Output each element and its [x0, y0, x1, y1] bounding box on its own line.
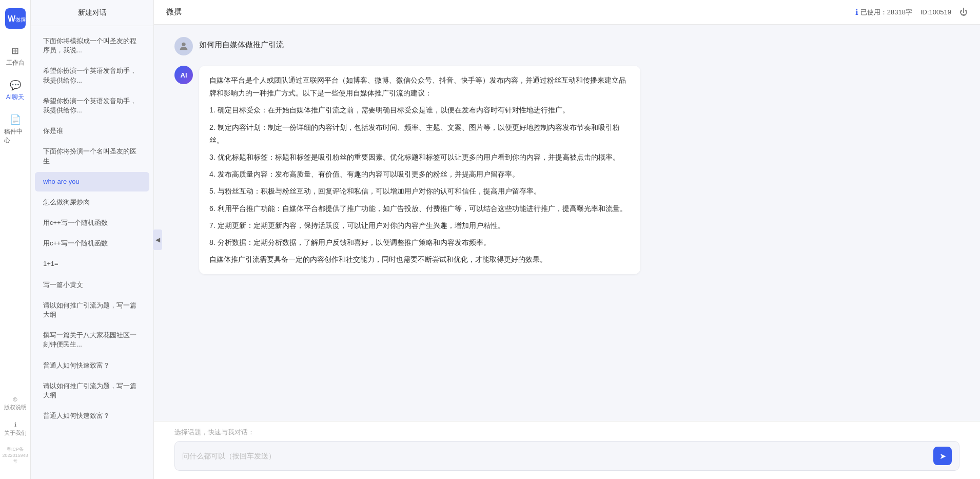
ai-message-content: 自媒体平台是个人或团队通过互联网平台（如博客、微博、微信公众号、抖音、快手等）发… — [199, 66, 640, 274]
chat-history-item[interactable]: 写一篇小黄文 — [35, 275, 149, 295]
chat-history-item[interactable]: 希望你扮演一个英语发音助手，我提供给你... — [35, 91, 149, 120]
chat-messages: 如何用自媒体做推广引流 AI 自媒体平台是个人或团队通过互联网平台（如博客、微博… — [154, 25, 980, 421]
collapse-sidebar-button[interactable]: ◀ — [153, 229, 162, 250]
ai-message-paragraph: 自媒体推广引流需要具备一定的内容创作和社交能力，同时也需要不断尝试和优化，才能取… — [209, 253, 630, 266]
ai-message-paragraph: 5. 与粉丝互动：积极与粉丝互动，回复评论和私信，可以增加用户对你的认可和信任，… — [209, 185, 630, 198]
about-label: 关于我们 — [4, 429, 27, 437]
svg-text:W: W — [8, 14, 16, 23]
chat-history-item[interactable]: 怎么做狗屎炒肉 — [35, 193, 149, 212]
chat-history-item[interactable]: 1+1= — [35, 254, 149, 274]
ai-avatar: AI — [174, 66, 193, 84]
ai-message-paragraph: 8. 分析数据：定期分析数据，了解用户反馈和喜好，以便调整推广策略和内容发布频率… — [209, 236, 630, 249]
workspace-icon: ⊞ — [11, 45, 19, 56]
ai-chat-icon: 💬 — [10, 80, 21, 91]
ai-message: AI 自媒体平台是个人或团队通过互联网平台（如博客、微博、微信公众号、抖音、快手… — [174, 66, 959, 274]
ai-message-paragraph: 2. 制定内容计划：制定一份详细的内容计划，包括发布时间、频率、主题、文案、图片… — [209, 121, 630, 147]
chat-history-item[interactable]: who are you — [35, 172, 149, 191]
chat-history-list: 下面你将模拟成一个叫圣友的程序员，我说...希望你扮演一个英语发音助手，我提供给… — [31, 26, 153, 479]
user-message-text: 如何用自媒体做推广引流 — [199, 37, 284, 50]
input-box-wrapper: ➤ — [174, 441, 959, 471]
user-id: ID:100519 — [920, 8, 951, 16]
sidebar-item-components[interactable]: 📄 稿件中心 — [2, 110, 29, 149]
chat-history-item[interactable]: 用c++写一个随机函数 — [35, 213, 149, 233]
chat-history-item[interactable]: 用c++写一个随机函数 — [35, 234, 149, 253]
quick-topics-label: 选择话题，快速与我对话： — [174, 428, 959, 437]
ai-message-paragraph: 7. 定期更新：定期更新内容，保持活跃度，可以让用户对你的内容产生兴趣，增加用户… — [209, 219, 630, 232]
icon-sidebar: W 微撰 ⊞ 工作台 💬 AI聊天 📄 稿件中心 © 版权说明 ℹ 关于我们 粤… — [0, 0, 31, 479]
logout-button[interactable]: ⏻ — [959, 8, 968, 17]
ai-message-paragraph: 1. 确定目标受众：在开始自媒体推广引流之前，需要明确目标受众是谁，以便在发布内… — [209, 104, 630, 117]
ai-message-paragraph: 自媒体平台是个人或团队通过互联网平台（如博客、微博、微信公众号、抖音、快手等）发… — [209, 74, 630, 100]
icp-text: 粤ICP备2022015948号 — [0, 444, 30, 467]
logo-area: W 微撰 — [5, 8, 26, 29]
chat-sidebar: 新建对话 下面你将模拟成一个叫圣友的程序员，我说...希望你扮演一个英语发音助手… — [31, 0, 154, 479]
copyright-label: 版权说明 — [4, 404, 27, 411]
svg-text:微撰: 微撰 — [15, 17, 26, 23]
copyright-icon: © — [13, 396, 17, 403]
main-area: 微撰 ℹ 已使用：28318字 ID:100519 ⏻ 如何用自媒体做推广引流 — [154, 0, 980, 479]
chat-input[interactable] — [182, 450, 933, 462]
input-area: 选择话题，快速与我对话： ➤ — [154, 421, 980, 479]
chat-history-item[interactable]: 请以如何推广引流为题，写一篇大纲 — [35, 296, 149, 324]
chat-history-item[interactable]: 请以如何推广引流为题，写一篇大纲 — [35, 376, 149, 405]
ai-message-paragraph: 6. 利用平台推广功能：自媒体平台都提供了推广功能，如广告投放、付费推广等，可以… — [209, 202, 630, 215]
header-title: 微撰 — [166, 7, 182, 17]
usage-text: 已使用：28318字 — [860, 8, 912, 17]
ai-chat-label: AI聊天 — [6, 93, 24, 102]
ai-avatar-label: AI — [181, 71, 187, 79]
chat-history-item[interactable]: 普通人如何快速致富？ — [35, 406, 149, 426]
app-logo: W 微撰 — [5, 8, 26, 29]
about-icon: ℹ — [14, 421, 16, 428]
user-message: 如何用自媒体做推广引流 — [174, 37, 959, 55]
ai-message-paragraph: 4. 发布高质量内容：发布高质量、有价值、有趣的内容可以吸引更多的粉丝，并提高用… — [209, 168, 630, 181]
chat-history-item[interactable]: 下面你将扮演一个名叫圣友的医生 — [35, 142, 149, 170]
chevron-left-icon: ◀ — [155, 236, 160, 243]
usage-icon: ℹ — [855, 8, 858, 17]
workspace-label: 工作台 — [6, 59, 25, 67]
chat-history-item[interactable]: 普通人如何快速致富？ — [35, 356, 149, 375]
user-avatar-icon — [178, 41, 189, 52]
send-icon: ➤ — [939, 451, 946, 461]
sidebar-item-ai-chat[interactable]: 💬 AI聊天 — [2, 75, 29, 106]
components-icon: 📄 — [10, 114, 21, 125]
sidebar-item-workspace[interactable]: ⊞ 工作台 — [2, 41, 29, 71]
chat-history-item[interactable]: 下面你将模拟成一个叫圣友的程序员，我说... — [35, 31, 149, 60]
ai-message-paragraph: 3. 优化标题和标签：标题和标签是吸引粉丝的重要因素。优化标题和标签可以让更多的… — [209, 151, 630, 164]
components-label: 稿件中心 — [4, 127, 27, 145]
top-header: 微撰 ℹ 已使用：28318字 ID:100519 ⏻ — [154, 0, 980, 25]
svg-point-3 — [182, 43, 185, 46]
usage-info: ℹ 已使用：28318字 — [855, 8, 912, 17]
sidebar-item-about[interactable]: ℹ 关于我们 — [2, 418, 29, 440]
nav-items: ⊞ 工作台 💬 AI聊天 📄 稿件中心 — [0, 41, 30, 393]
new-chat-button[interactable]: 新建对话 — [31, 0, 153, 26]
send-button[interactable]: ➤ — [933, 447, 952, 465]
sidebar-item-copyright[interactable]: © 版权说明 — [2, 393, 29, 414]
user-avatar — [174, 37, 193, 55]
chat-history-item[interactable]: 你是谁 — [35, 121, 149, 141]
nav-bottom: © 版权说明 ℹ 关于我们 粤ICP备2022015948号 — [0, 393, 30, 471]
chat-history-item[interactable]: 撰写一篇关于八大家花园社区一刻钟便民生... — [35, 325, 149, 354]
header-right: ℹ 已使用：28318字 ID:100519 ⏻ — [855, 8, 968, 17]
chat-history-item[interactable]: 希望你扮演一个英语发音助手，我提供给你... — [35, 61, 149, 90]
